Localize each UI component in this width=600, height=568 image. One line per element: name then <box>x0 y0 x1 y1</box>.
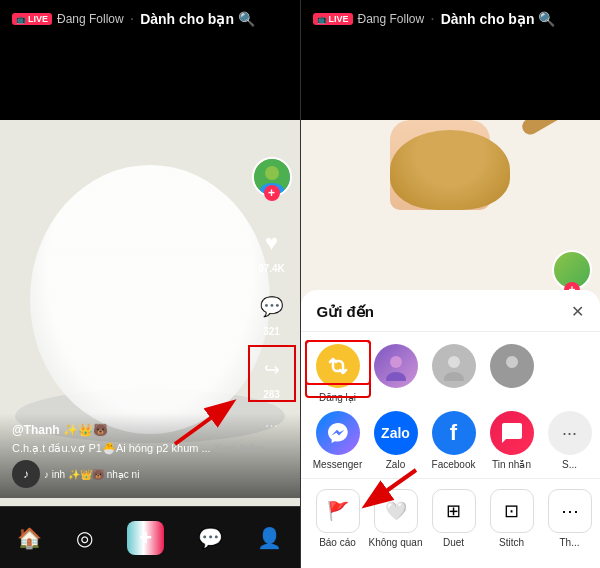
caption-left: C.h.ạ.t đầu.v.ợ P1🐣Ai hóng p2 khum ... X… <box>12 441 288 456</box>
svg-point-5 <box>390 356 402 368</box>
duet-label: Duet <box>443 537 464 548</box>
share-app-facebook[interactable]: f Facebook <box>425 411 483 470</box>
like-count: 97.4K <box>258 263 285 274</box>
action-not-interested[interactable]: 🤍 Không quan <box>367 489 425 548</box>
more-apps-icon: ··· <box>548 411 592 455</box>
share-app-messenger[interactable]: Messenger <box>309 411 367 470</box>
svg-point-1 <box>265 166 279 180</box>
more-apps-label: S... <box>562 459 577 470</box>
action-more[interactable]: ⋯ Th... <box>541 489 599 548</box>
share-item-friend1[interactable] <box>367 344 425 392</box>
stitch-icon: ⊡ <box>490 489 534 533</box>
action-duet[interactable]: ⊞ Duet <box>425 489 483 548</box>
live-label-left: LIVE <box>28 14 48 24</box>
svg-point-10 <box>502 372 522 381</box>
share-count: 283 <box>263 389 280 400</box>
action-report[interactable]: 🚩 Báo cáo <box>309 489 367 548</box>
music-disc-icon: ♪ <box>12 460 40 488</box>
live-tv-icon: 📺 <box>16 15 26 24</box>
share-item-friend2[interactable] <box>425 344 483 392</box>
for-you-tab-left[interactable]: Dành cho bạn <box>140 11 234 27</box>
report-label: Báo cáo <box>319 537 356 548</box>
comment-icon: 💬 <box>254 288 290 324</box>
sieve-visual <box>390 130 510 210</box>
nav-home[interactable]: 🏠 <box>17 526 42 550</box>
right-sidebar-left: + ♥ 97.4K 💬 321 ↪ 283 ··· <box>252 157 292 438</box>
top-nav-left: 📺 LIVE Đang Follow · Dành cho bạn 🔍 <box>0 0 300 38</box>
svg-point-6 <box>386 372 406 381</box>
nav-separator-right: · <box>430 10 434 28</box>
repost-label: Đăng lại <box>319 392 356 403</box>
share-sheet: Gửi đến ✕ Đăng lại <box>301 290 601 568</box>
friend2-avatar <box>432 344 476 388</box>
following-tab-right[interactable]: Đang Follow <box>358 12 425 26</box>
see-more-link[interactable]: Xem thêm <box>214 442 264 454</box>
following-tab-left[interactable]: Đang Follow <box>57 12 124 26</box>
share-button[interactable]: ↪ 283 <box>254 351 290 400</box>
not-interested-label: Không quan <box>369 537 423 548</box>
share-item-friend3[interactable] <box>483 344 541 392</box>
share-item-repost[interactable]: Đăng lại <box>309 344 367 403</box>
not-interested-icon: 🤍 <box>374 489 418 533</box>
discover-icon: ◎ <box>76 526 93 550</box>
creator-avatar-wrap[interactable]: + <box>252 157 292 197</box>
nav-separator-left: · <box>130 10 134 28</box>
username-left[interactable]: @Thanh ✨👑🐻 <box>12 423 288 437</box>
nav-inbox[interactable]: 💬 <box>198 526 223 550</box>
svg-point-7 <box>448 356 460 368</box>
share-sheet-header: Gửi đến ✕ <box>301 302 601 332</box>
search-icon-left[interactable]: 🔍 <box>238 11 255 27</box>
like-button[interactable]: ♥ 97.4K <box>254 225 290 274</box>
home-icon: 🏠 <box>17 526 42 550</box>
milk-bowl-visual <box>30 165 270 434</box>
action-stitch[interactable]: ⊡ Stitch <box>483 489 541 548</box>
share-apps-row: Messenger Zalo Zalo f Facebook <box>301 407 601 474</box>
profile-icon: 👤 <box>257 526 282 550</box>
inbox-icon: 💬 <box>198 526 223 550</box>
sieve-handle <box>519 120 570 137</box>
bottom-nav-left: 🏠 ◎ + 💬 👤 <box>0 506 300 568</box>
messenger-icon <box>316 411 360 455</box>
right-phone-panel: 📺 LIVE Đang Follow · Dành cho bạn 🔍 + ♥ … <box>301 0 601 568</box>
follow-plus-button[interactable]: + <box>264 185 280 201</box>
tin-nhan-label: Tin nhắn <box>492 459 531 470</box>
tin-nhan-icon <box>490 411 534 455</box>
share-app-more[interactable]: ··· S... <box>541 411 599 470</box>
facebook-icon: f <box>432 411 476 455</box>
comment-button[interactable]: 💬 321 <box>254 288 290 337</box>
svg-point-8 <box>444 372 464 381</box>
heart-icon: ♥ <box>254 225 290 261</box>
live-badge-left: 📺 LIVE <box>12 13 52 25</box>
video-main-left[interactable]: + ♥ 97.4K 💬 321 ↪ 283 ··· <box>0 120 300 568</box>
nav-discover[interactable]: ◎ <box>76 526 93 550</box>
live-badge-right: 📺 LIVE <box>313 13 353 25</box>
share-sheet-title: Gửi đến <box>317 303 374 321</box>
for-you-tab-right[interactable]: Dành cho bạn <box>441 11 535 27</box>
action-more-label: Th... <box>559 537 579 548</box>
zalo-label: Zalo <box>386 459 405 470</box>
messenger-label: Messenger <box>313 459 362 470</box>
music-info-left: ♪ ♪ inh ✨👑🐻 nhạc ni <box>12 460 288 488</box>
top-nav-right: 📺 LIVE Đang Follow · Dành cho bạn 🔍 <box>301 0 601 38</box>
facebook-label: Facebook <box>432 459 476 470</box>
friend1-avatar <box>374 344 418 388</box>
repost-icon-circle <box>316 344 360 388</box>
comment-count: 321 <box>263 326 280 337</box>
share-sheet-close-button[interactable]: ✕ <box>571 302 584 321</box>
action-more-icon: ⋯ <box>548 489 592 533</box>
nav-profile[interactable]: 👤 <box>257 526 282 550</box>
left-phone-panel: 📺 LIVE Đang Follow · Dành cho bạn 🔍 + <box>0 0 300 568</box>
search-icon-right[interactable]: 🔍 <box>538 11 555 27</box>
nav-create[interactable]: + <box>127 521 164 555</box>
plus-icon: + <box>139 525 152 551</box>
share-app-tin-nhan[interactable]: Tin nhắn <box>483 411 541 470</box>
svg-point-9 <box>506 356 518 368</box>
video-overlay-left: @Thanh ✨👑🐻 C.h.ạ.t đầu.v.ợ P1🐣Ai hóng p2… <box>0 413 300 498</box>
share-app-zalo[interactable]: Zalo Zalo <box>367 411 425 470</box>
share-contacts-row: Đăng lại <box>301 332 601 407</box>
share-actions-row: 🚩 Báo cáo 🤍 Không quan ⊞ Duet ⊡ <box>301 478 601 552</box>
live-label-right: LIVE <box>329 14 349 24</box>
share-icon: ↪ <box>254 351 290 387</box>
stitch-label: Stitch <box>499 537 524 548</box>
duet-icon: ⊞ <box>432 489 476 533</box>
